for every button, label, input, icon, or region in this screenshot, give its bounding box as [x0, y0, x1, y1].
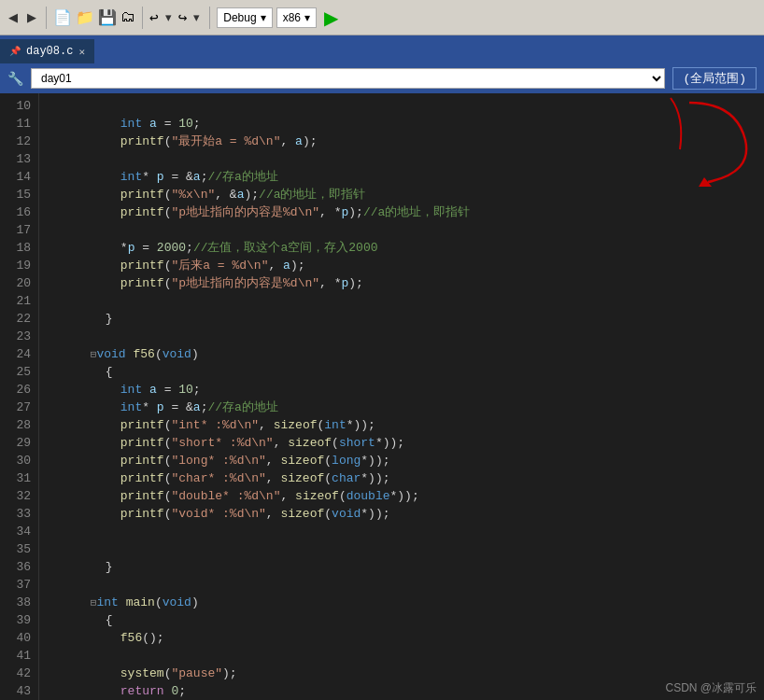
line-num-11: 11	[7, 115, 31, 133]
line-num-40: 40	[7, 629, 31, 647]
code-line-17: *p = 2000;//左值，取这个a空间，存入2000	[47, 221, 764, 239]
code-line-36	[47, 558, 764, 576]
code-line-25: int a = 10;	[47, 363, 764, 381]
code-line-39: f56();	[47, 611, 764, 629]
code-line-23: ⊟void f56(void)	[47, 328, 764, 345]
line-num-42: 42	[7, 665, 31, 682]
tab-label: day08.c	[26, 45, 73, 58]
line-num-39: 39	[7, 611, 31, 629]
code-line-21: }	[47, 292, 764, 310]
line-num-35: 35	[7, 540, 31, 558]
platform-label: x86	[283, 11, 301, 24]
line-num-24: 24	[7, 345, 31, 363]
line-num-33: 33	[7, 505, 31, 523]
save-all-icon[interactable]: 🗂	[120, 8, 135, 26]
tab-close-button[interactable]: ✕	[78, 46, 85, 58]
separator-2	[142, 7, 143, 29]
play-button[interactable]: ▶	[320, 7, 342, 29]
line-num-25: 25	[7, 363, 31, 381]
line-num-15: 15	[7, 186, 31, 203]
code-line-22	[47, 310, 764, 328]
line-num-14: 14	[7, 168, 31, 186]
line-num-19: 19	[7, 257, 31, 274]
line-num-28: 28	[7, 416, 31, 434]
line-num-16: 16	[7, 203, 31, 221]
platform-dropdown-arrow: ▾	[304, 11, 310, 24]
line-num-30: 30	[7, 452, 31, 469]
save-icon[interactable]: 💾	[98, 8, 117, 27]
code-line-10: int a = 10;	[47, 97, 764, 115]
code-line-37: ⊟int main(void)	[47, 576, 764, 594]
line-num-32: 32	[7, 487, 31, 505]
line-num-10: 10	[7, 97, 31, 115]
toolbar: ◀ ▶ 📄 📁 💾 🗂 ↩ ▾ ↪ ▾ Debug ▾ x86 ▾ ▶	[0, 0, 764, 35]
debug-label: Debug	[223, 11, 256, 24]
code-content[interactable]: int a = 10; printf("最开始a = %d\n", a); in…	[39, 93, 764, 700]
line-num-21: 21	[7, 292, 31, 310]
watermark: CSDN @冰露可乐	[665, 680, 757, 696]
line-num-17: 17	[7, 221, 31, 239]
file-icon: 🔧	[7, 71, 23, 87]
separator-3	[209, 7, 210, 29]
line-num-27: 27	[7, 399, 31, 416]
line-num-26: 26	[7, 381, 31, 399]
forward-button[interactable]: ▶	[24, 8, 39, 26]
platform-dropdown[interactable]: x86 ▾	[276, 7, 317, 28]
line-num-22: 22	[7, 310, 31, 328]
tab-day08c[interactable]: 📌 day08.c ✕	[0, 39, 95, 63]
tab-bar: 📌 day08.c ✕	[0, 35, 764, 63]
line-num-37: 37	[7, 576, 31, 594]
new-file-icon[interactable]: 📄	[53, 8, 72, 27]
line-num-43: 43	[7, 682, 31, 700]
separator-1	[46, 7, 47, 29]
line-num-31: 31	[7, 469, 31, 487]
line-num-20: 20	[7, 274, 31, 292]
line-num-36: 36	[7, 558, 31, 576]
line-num-12: 12	[7, 133, 31, 150]
tab-pin-icon: 📌	[9, 46, 21, 57]
line-num-18: 18	[7, 239, 31, 257]
code-line-34	[47, 523, 764, 540]
redo-dropdown[interactable]: ▾	[191, 8, 203, 26]
line-num-41: 41	[7, 647, 31, 665]
code-line-13: int* p = &a;//存a的地址	[47, 150, 764, 168]
debug-dropdown[interactable]: Debug ▾	[217, 7, 272, 28]
code-line-41: system("pause");	[47, 647, 764, 665]
undo-dropdown[interactable]: ▾	[163, 8, 175, 26]
undo-icon[interactable]: ↩	[149, 8, 159, 27]
line-num-34: 34	[7, 523, 31, 540]
line-num-13: 13	[7, 150, 31, 168]
file-bar: 🔧 day01 (全局范围)	[0, 63, 764, 93]
open-file-icon[interactable]: 📁	[76, 8, 94, 27]
code-area: 10 11 12 13 14 15 16 17 18 19 20 21 22 2…	[0, 93, 764, 700]
scope-label: (全局范围)	[672, 67, 757, 90]
line-num-38: 38	[7, 594, 31, 611]
back-button[interactable]: ◀	[6, 8, 21, 26]
redo-icon[interactable]: ↪	[178, 8, 188, 27]
file-select[interactable]: day01	[31, 68, 665, 89]
line-numbers: 10 11 12 13 14 15 16 17 18 19 20 21 22 2…	[0, 93, 39, 700]
line-num-23: 23	[7, 328, 31, 345]
debug-dropdown-arrow: ▾	[261, 11, 266, 24]
line-num-29: 29	[7, 434, 31, 452]
code-line-35: }	[47, 540, 764, 558]
